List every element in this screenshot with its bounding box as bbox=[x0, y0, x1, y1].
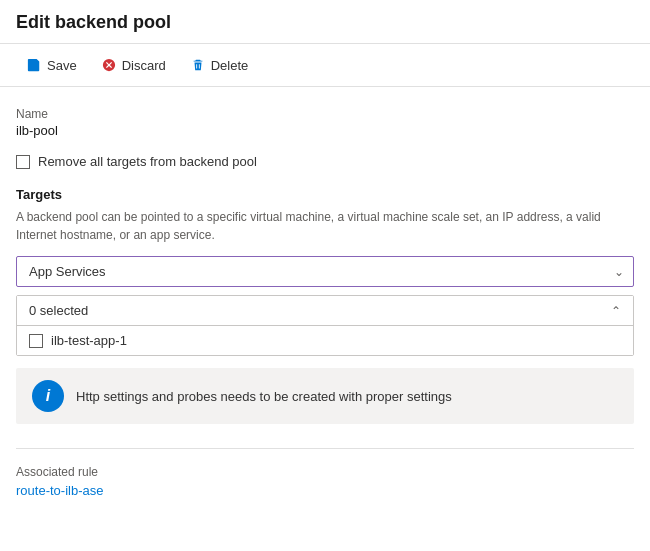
info-message: Http settings and probes needs to be cre… bbox=[76, 389, 452, 404]
delete-button[interactable]: Delete bbox=[180, 52, 259, 78]
remove-targets-checkbox[interactable] bbox=[16, 155, 30, 169]
info-icon: i bbox=[32, 380, 64, 412]
save-icon bbox=[26, 57, 42, 73]
remove-targets-label[interactable]: Remove all targets from backend pool bbox=[38, 154, 257, 169]
name-field-group: Name ilb-pool bbox=[16, 107, 634, 138]
targets-description: A backend pool can be pointed to a speci… bbox=[16, 208, 634, 244]
section-divider bbox=[16, 448, 634, 449]
save-button[interactable]: Save bbox=[16, 52, 87, 78]
toolbar: Save Discard Delete bbox=[0, 44, 650, 87]
multiselect-chevron-icon: ⌃ bbox=[611, 304, 621, 318]
associated-rule-link[interactable]: route-to-ilb-ase bbox=[16, 483, 103, 498]
page-title: Edit backend pool bbox=[16, 12, 634, 33]
delete-icon bbox=[190, 57, 206, 73]
remove-targets-row: Remove all targets from backend pool bbox=[16, 154, 634, 169]
multiselect-header[interactable]: 0 selected ⌃ bbox=[17, 296, 633, 326]
name-value: ilb-pool bbox=[16, 123, 634, 138]
discard-label: Discard bbox=[122, 58, 166, 73]
multiselect-item-label: ilb-test-app-1 bbox=[51, 333, 127, 348]
associated-rule-label: Associated rule bbox=[16, 465, 634, 479]
save-label: Save bbox=[47, 58, 77, 73]
name-label: Name bbox=[16, 107, 634, 121]
targets-title: Targets bbox=[16, 187, 634, 202]
discard-button[interactable]: Discard bbox=[91, 52, 176, 78]
multiselect-selected-count: 0 selected bbox=[29, 303, 88, 318]
target-type-dropdown[interactable]: App Services Virtual machines VMSS IP ad… bbox=[16, 256, 634, 287]
target-type-dropdown-wrapper: App Services Virtual machines VMSS IP ad… bbox=[16, 256, 634, 287]
multiselect-box: 0 selected ⌃ ilb-test-app-1 bbox=[16, 295, 634, 356]
multiselect-item-checkbox[interactable] bbox=[29, 334, 43, 348]
info-banner: i Http settings and probes needs to be c… bbox=[16, 368, 634, 424]
discard-icon bbox=[101, 57, 117, 73]
associated-rule-section: Associated rule route-to-ilb-ase bbox=[16, 465, 634, 498]
targets-section: Targets A backend pool can be pointed to… bbox=[16, 187, 634, 424]
multiselect-item: ilb-test-app-1 bbox=[17, 326, 633, 355]
delete-label: Delete bbox=[211, 58, 249, 73]
